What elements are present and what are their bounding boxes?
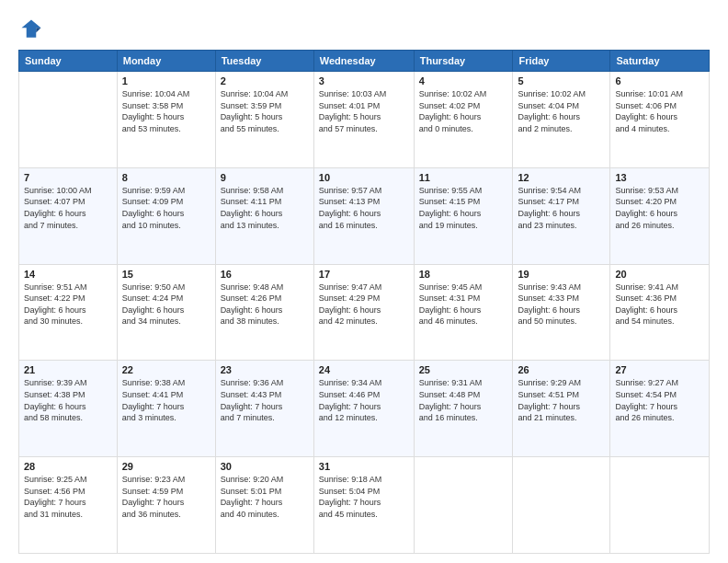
day-number: 26 xyxy=(518,364,605,375)
day-cell: 25Sunrise: 9:31 AM Sunset: 4:48 PM Dayli… xyxy=(414,361,513,457)
day-number: 8 xyxy=(122,172,210,183)
day-number: 1 xyxy=(122,75,210,86)
day-cell: 13Sunrise: 9:53 AM Sunset: 4:20 PM Dayli… xyxy=(610,167,710,264)
day-cell: 17Sunrise: 9:47 AM Sunset: 4:29 PM Dayli… xyxy=(313,264,414,361)
weekday-header-wednesday: Wednesday xyxy=(313,51,414,72)
day-cell: 29Sunrise: 9:23 AM Sunset: 4:59 PM Dayli… xyxy=(117,457,215,554)
calendar-page: SundayMondayTuesdayWednesdayThursdayFrid… xyxy=(0,0,728,563)
day-info: Sunrise: 9:45 AM Sunset: 4:31 PM Dayligh… xyxy=(419,282,508,327)
day-cell: 8Sunrise: 9:59 AM Sunset: 4:09 PM Daylig… xyxy=(117,167,215,264)
day-number: 25 xyxy=(419,364,508,375)
day-info: Sunrise: 9:31 AM Sunset: 4:48 PM Dayligh… xyxy=(419,377,508,423)
day-cell: 22Sunrise: 9:38 AM Sunset: 4:41 PM Dayli… xyxy=(117,361,215,457)
day-number: 20 xyxy=(615,269,704,280)
day-info: Sunrise: 9:41 AM Sunset: 4:36 PM Dayligh… xyxy=(615,282,704,327)
weekday-header-saturday: Saturday xyxy=(610,51,710,72)
day-info: Sunrise: 9:57 AM Sunset: 4:13 PM Dayligh… xyxy=(319,185,409,231)
day-info: Sunrise: 9:53 AM Sunset: 4:20 PM Dayligh… xyxy=(615,185,704,231)
day-info: Sunrise: 9:55 AM Sunset: 4:15 PM Dayligh… xyxy=(419,185,508,231)
day-info: Sunrise: 9:25 AM Sunset: 4:56 PM Dayligh… xyxy=(24,474,112,520)
day-number: 16 xyxy=(221,269,309,280)
week-row-3: 14Sunrise: 9:51 AM Sunset: 4:22 PM Dayli… xyxy=(19,264,710,361)
day-number: 19 xyxy=(518,269,605,280)
day-number: 11 xyxy=(419,172,508,183)
day-number: 24 xyxy=(319,364,409,375)
day-cell: 18Sunrise: 9:45 AM Sunset: 4:31 PM Dayli… xyxy=(414,264,513,361)
weekday-header-thursday: Thursday xyxy=(414,51,513,72)
week-row-2: 7Sunrise: 10:00 AM Sunset: 4:07 PM Dayli… xyxy=(19,167,710,264)
day-number: 28 xyxy=(24,461,112,472)
day-info: Sunrise: 9:59 AM Sunset: 4:09 PM Dayligh… xyxy=(122,185,210,231)
day-info: Sunrise: 9:47 AM Sunset: 4:29 PM Dayligh… xyxy=(319,282,409,327)
week-row-1: 1Sunrise: 10:04 AM Sunset: 3:58 PM Dayli… xyxy=(19,72,710,168)
day-info: Sunrise: 9:34 AM Sunset: 4:46 PM Dayligh… xyxy=(319,377,409,423)
day-cell: 26Sunrise: 9:29 AM Sunset: 4:51 PM Dayli… xyxy=(513,361,610,457)
day-number: 6 xyxy=(615,75,704,86)
day-number: 5 xyxy=(518,75,605,86)
day-cell: 6Sunrise: 10:01 AM Sunset: 4:06 PM Dayli… xyxy=(610,72,710,168)
day-cell: 30Sunrise: 9:20 AM Sunset: 5:01 PM Dayli… xyxy=(215,457,313,554)
day-cell: 11Sunrise: 9:55 AM Sunset: 4:15 PM Dayli… xyxy=(414,167,513,264)
day-cell: 7Sunrise: 10:00 AM Sunset: 4:07 PM Dayli… xyxy=(19,167,118,264)
day-number: 4 xyxy=(419,75,508,86)
weekday-header-row: SundayMondayTuesdayWednesdayThursdayFrid… xyxy=(19,51,710,72)
day-info: Sunrise: 10:02 AM Sunset: 4:04 PM Daylig… xyxy=(518,88,605,134)
day-number: 12 xyxy=(518,172,605,183)
day-number: 7 xyxy=(24,172,112,183)
day-number: 9 xyxy=(221,172,309,183)
day-number: 22 xyxy=(122,364,210,375)
day-number: 29 xyxy=(122,461,210,472)
day-info: Sunrise: 10:04 AM Sunset: 3:59 PM Daylig… xyxy=(221,88,309,134)
day-info: Sunrise: 9:29 AM Sunset: 4:51 PM Dayligh… xyxy=(518,377,605,423)
day-cell: 12Sunrise: 9:54 AM Sunset: 4:17 PM Dayli… xyxy=(513,167,610,264)
day-cell: 27Sunrise: 9:27 AM Sunset: 4:54 PM Dayli… xyxy=(610,361,710,457)
day-cell: 24Sunrise: 9:34 AM Sunset: 4:46 PM Dayli… xyxy=(313,361,414,457)
day-cell: 10Sunrise: 9:57 AM Sunset: 4:13 PM Dayli… xyxy=(313,167,414,264)
week-row-4: 21Sunrise: 9:39 AM Sunset: 4:38 PM Dayli… xyxy=(19,361,710,457)
day-info: Sunrise: 10:02 AM Sunset: 4:02 PM Daylig… xyxy=(419,88,508,134)
day-cell: 23Sunrise: 9:36 AM Sunset: 4:43 PM Dayli… xyxy=(215,361,313,457)
day-info: Sunrise: 9:36 AM Sunset: 4:43 PM Dayligh… xyxy=(221,377,309,423)
day-number: 18 xyxy=(419,269,508,280)
day-info: Sunrise: 9:23 AM Sunset: 4:59 PM Dayligh… xyxy=(122,474,210,520)
day-cell: 16Sunrise: 9:48 AM Sunset: 4:26 PM Dayli… xyxy=(215,264,313,361)
day-cell: 14Sunrise: 9:51 AM Sunset: 4:22 PM Dayli… xyxy=(19,264,118,361)
header xyxy=(18,17,710,42)
day-cell: 5Sunrise: 10:02 AM Sunset: 4:04 PM Dayli… xyxy=(513,72,610,168)
day-number: 30 xyxy=(221,461,309,472)
day-cell xyxy=(513,457,610,554)
day-info: Sunrise: 9:58 AM Sunset: 4:11 PM Dayligh… xyxy=(221,185,309,231)
day-cell: 19Sunrise: 9:43 AM Sunset: 4:33 PM Dayli… xyxy=(513,264,610,361)
day-cell: 3Sunrise: 10:03 AM Sunset: 4:01 PM Dayli… xyxy=(313,72,414,168)
weekday-header-tuesday: Tuesday xyxy=(215,51,313,72)
day-info: Sunrise: 9:51 AM Sunset: 4:22 PM Dayligh… xyxy=(24,282,112,327)
day-number: 23 xyxy=(221,364,309,375)
week-row-5: 28Sunrise: 9:25 AM Sunset: 4:56 PM Dayli… xyxy=(19,457,710,554)
day-cell: 20Sunrise: 9:41 AM Sunset: 4:36 PM Dayli… xyxy=(610,264,710,361)
day-cell: 1Sunrise: 10:04 AM Sunset: 3:58 PM Dayli… xyxy=(117,72,215,168)
day-number: 10 xyxy=(319,172,409,183)
svg-marker-1 xyxy=(36,28,40,32)
day-cell: 2Sunrise: 10:04 AM Sunset: 3:59 PM Dayli… xyxy=(215,72,313,168)
day-info: Sunrise: 9:43 AM Sunset: 4:33 PM Dayligh… xyxy=(518,282,605,327)
day-info: Sunrise: 9:18 AM Sunset: 5:04 PM Dayligh… xyxy=(319,474,409,520)
day-info: Sunrise: 9:20 AM Sunset: 5:01 PM Dayligh… xyxy=(221,474,309,520)
day-number: 27 xyxy=(615,364,704,375)
day-number: 15 xyxy=(122,269,210,280)
day-number: 3 xyxy=(319,75,409,86)
day-number: 14 xyxy=(24,269,112,280)
day-cell xyxy=(414,457,513,554)
day-number: 31 xyxy=(319,461,409,472)
day-cell: 9Sunrise: 9:58 AM Sunset: 4:11 PM Daylig… xyxy=(215,167,313,264)
day-info: Sunrise: 9:54 AM Sunset: 4:17 PM Dayligh… xyxy=(518,185,605,231)
day-info: Sunrise: 9:48 AM Sunset: 4:26 PM Dayligh… xyxy=(221,282,309,327)
day-cell xyxy=(19,72,118,168)
day-cell: 4Sunrise: 10:02 AM Sunset: 4:02 PM Dayli… xyxy=(414,72,513,168)
day-number: 17 xyxy=(319,269,409,280)
day-number: 2 xyxy=(221,75,309,86)
day-cell xyxy=(610,457,710,554)
weekday-header-monday: Monday xyxy=(117,51,215,72)
calendar-table: SundayMondayTuesdayWednesdayThursdayFrid… xyxy=(18,50,710,554)
day-info: Sunrise: 10:04 AM Sunset: 3:58 PM Daylig… xyxy=(122,88,210,134)
day-cell: 21Sunrise: 9:39 AM Sunset: 4:38 PM Dayli… xyxy=(19,361,118,457)
